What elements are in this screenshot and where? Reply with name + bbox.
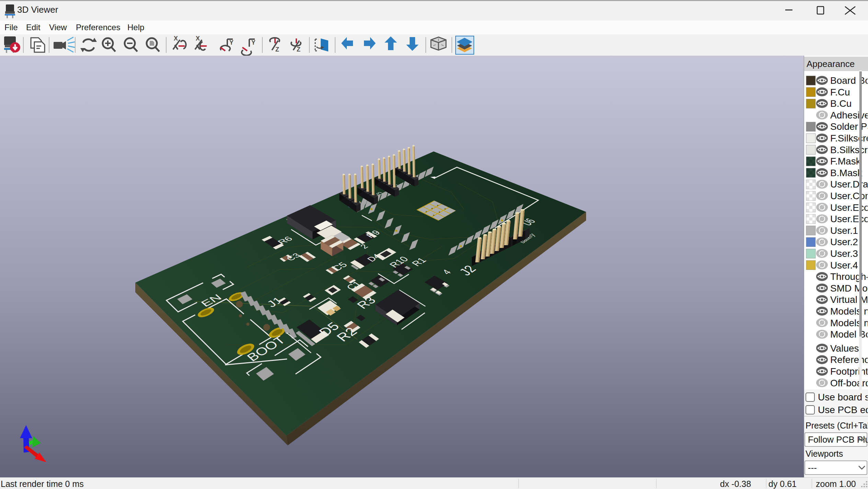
- svg-text:Values: Values: [830, 343, 859, 354]
- svg-text:B.Cu: B.Cu: [830, 98, 852, 109]
- svg-text:Viewports: Viewports: [806, 449, 843, 458]
- svg-text:User.3: User.3: [830, 248, 858, 259]
- svg-text:F.Silkscreen: F.Silkscreen: [830, 133, 868, 144]
- svg-text:User.1: User.1: [830, 225, 858, 236]
- svg-text:Z: Z: [297, 46, 300, 53]
- svg-text:Follow PCB Plugin: Follow PCB Plugin: [808, 434, 868, 445]
- svg-text:Use board stackup colors: Use board stackup colors: [818, 392, 868, 402]
- svg-text:Model Bounding Bo: Model Bounding Bo: [830, 329, 868, 340]
- svg-text:Adhesive: Adhesive: [830, 110, 868, 121]
- svg-text:User.4: User.4: [830, 260, 858, 271]
- svg-text:User.Drawings: User.Drawings: [830, 179, 868, 190]
- svg-text:Models not in pos: Models not in pos: [830, 306, 868, 317]
- svg-text:Presets (Ctrl+Tab):: Presets (Ctrl+Tab):: [806, 421, 868, 430]
- svg-text:Y: Y: [229, 39, 233, 46]
- svg-text:Off-board Silkscreen: Off-board Silkscreen: [830, 378, 868, 388]
- svg-text:Use PCB editor copper co: Use PCB editor copper co: [818, 405, 868, 415]
- svg-text:Z: Z: [275, 46, 279, 53]
- svg-text:Appearance: Appearance: [807, 59, 855, 69]
- svg-text:X: X: [174, 35, 178, 42]
- svg-text:Solder Paste: Solder Paste: [830, 121, 868, 132]
- svg-text:Footprint Text: Footprint Text: [830, 366, 868, 377]
- svg-text:User.Comments: User.Comments: [830, 191, 868, 201]
- svg-text:F.Cu: F.Cu: [830, 87, 850, 98]
- svg-text:User.Eco2: User.Eco2: [830, 214, 868, 224]
- svg-text:Board Body: Board Body: [830, 75, 868, 86]
- svg-text:---: ---: [808, 463, 817, 473]
- svg-text:SMD Models: SMD Models: [830, 283, 868, 294]
- svg-text:Through-Hole Models: Through-Hole Models: [830, 271, 868, 282]
- svg-text:User.Eco1: User.Eco1: [830, 202, 868, 213]
- svg-text:B.Silkscreen: B.Silkscreen: [830, 145, 868, 155]
- svg-text:Y: Y: [251, 39, 255, 46]
- svg-text:X: X: [196, 35, 200, 42]
- svg-text:F.Mask: F.Mask: [830, 156, 861, 167]
- svg-text:B.Mask: B.Mask: [830, 168, 863, 178]
- svg-text:References: References: [830, 354, 868, 365]
- svg-text:Virtual Models: Virtual Models: [830, 294, 868, 305]
- svg-text:Models marked DNP: Models marked DNP: [830, 318, 868, 328]
- svg-text:User.2: User.2: [830, 237, 858, 247]
